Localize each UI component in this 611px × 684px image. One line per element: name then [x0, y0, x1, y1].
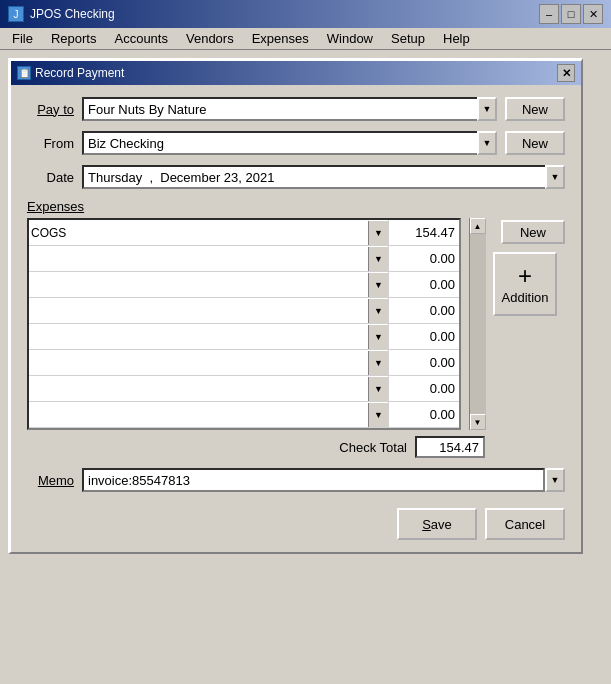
memo-dropdown-button[interactable]: ▼: [545, 468, 565, 492]
date-combo: ▼: [82, 165, 565, 189]
menu-help[interactable]: Help: [435, 29, 478, 48]
expense-account-arrow-1[interactable]: ▼: [368, 221, 388, 245]
payto-label: Pay to: [27, 102, 82, 117]
app-icon: J: [8, 6, 24, 22]
expense-account-5: ▼: [29, 324, 389, 349]
minimize-button[interactable]: –: [539, 4, 559, 24]
expense-amount-1: 154.47: [389, 220, 459, 245]
expense-row-4: ▼ 0.00: [29, 298, 459, 324]
expense-row-2: ▼ 0.00: [29, 246, 459, 272]
app-title: JPOS Checking: [30, 7, 539, 21]
cancel-button[interactable]: Cancel: [485, 508, 565, 540]
expenses-buttons: New + Addition: [493, 218, 565, 430]
scroll-track[interactable]: [470, 234, 486, 414]
expenses-label: Expenses: [27, 199, 565, 214]
expense-account-arrow-8[interactable]: ▼: [368, 403, 388, 427]
expense-account-arrow-4[interactable]: ▼: [368, 299, 388, 323]
dialog-close-button[interactable]: ✕: [557, 64, 575, 82]
expense-row-8: ▼ 0.00: [29, 402, 459, 428]
memo-label: Memo: [27, 473, 82, 488]
expense-account-input-6[interactable]: [29, 351, 368, 375]
payto-row: Pay to ▼ New: [27, 97, 565, 121]
expense-account-8: ▼: [29, 402, 389, 427]
bottom-buttons: Save Cancel: [27, 508, 565, 540]
from-dropdown-button[interactable]: ▼: [477, 131, 497, 155]
from-row: From ▼ New: [27, 131, 565, 155]
date-row: Date ▼: [27, 165, 565, 189]
from-combo: ▼: [82, 131, 497, 155]
save-button[interactable]: Save: [397, 508, 477, 540]
main-area: 📋 Record Payment ✕ Pay to ▼ New: [0, 50, 611, 684]
expense-account-input-2[interactable]: [29, 247, 368, 271]
memo-input[interactable]: [82, 468, 545, 492]
expense-amount-4: 0.00: [389, 298, 459, 323]
expense-account-7: ▼: [29, 376, 389, 401]
expense-row-7: ▼ 0.00: [29, 376, 459, 402]
window-controls: – □ ✕: [539, 4, 603, 24]
expenses-new-button[interactable]: New: [501, 220, 565, 244]
expenses-table-wrapper: ▼ 154.47 ▼ 0.00: [27, 218, 461, 430]
date-dropdown-button[interactable]: ▼: [545, 165, 565, 189]
expenses-section: Expenses ▼ 154.47: [27, 199, 565, 430]
memo-input-container: ▼: [82, 468, 565, 492]
check-total-value: 154.47: [415, 436, 485, 458]
menu-reports[interactable]: Reports: [43, 29, 105, 48]
payto-input[interactable]: [82, 97, 477, 121]
expense-account-input-5[interactable]: [29, 325, 368, 349]
date-input[interactable]: [82, 165, 545, 189]
expense-account-2: ▼: [29, 246, 389, 271]
app-title-bar: J JPOS Checking – □ ✕: [0, 0, 611, 28]
menu-vendors[interactable]: Vendors: [178, 29, 242, 48]
expense-row-3: ▼ 0.00: [29, 272, 459, 298]
save-label: Save: [422, 517, 452, 532]
menu-file[interactable]: File: [4, 29, 41, 48]
menu-window[interactable]: Window: [319, 29, 381, 48]
menu-accounts[interactable]: Accounts: [106, 29, 175, 48]
expenses-scrollbar[interactable]: ▲ ▼: [469, 218, 485, 430]
record-payment-dialog: 📋 Record Payment ✕ Pay to ▼ New: [8, 58, 583, 554]
expense-account-input-3[interactable]: [29, 273, 368, 297]
scroll-down-button[interactable]: ▼: [470, 414, 486, 430]
expense-account-arrow-3[interactable]: ▼: [368, 273, 388, 297]
expense-account-6: ▼: [29, 350, 389, 375]
menu-setup[interactable]: Setup: [383, 29, 433, 48]
cancel-label: Cancel: [505, 517, 545, 532]
expense-account-1: ▼: [29, 220, 389, 245]
from-input[interactable]: [82, 131, 477, 155]
expense-amount-2: 0.00: [389, 246, 459, 271]
maximize-button[interactable]: □: [561, 4, 581, 24]
expense-amount-7: 0.00: [389, 376, 459, 401]
menu-expenses[interactable]: Expenses: [244, 29, 317, 48]
from-label: From: [27, 136, 82, 151]
dialog-title: Record Payment: [35, 66, 557, 80]
dialog-title-bar: 📋 Record Payment ✕: [11, 61, 581, 85]
expense-account-arrow-7[interactable]: ▼: [368, 377, 388, 401]
addition-label: Addition: [502, 290, 549, 305]
memo-row: Memo ▼: [27, 468, 565, 492]
date-label: Date: [27, 170, 82, 185]
expense-amount-3: 0.00: [389, 272, 459, 297]
expense-account-arrow-6[interactable]: ▼: [368, 351, 388, 375]
addition-button[interactable]: + Addition: [493, 252, 557, 316]
expense-amount-5: 0.00: [389, 324, 459, 349]
expense-amount-6: 0.00: [389, 350, 459, 375]
close-button[interactable]: ✕: [583, 4, 603, 24]
payto-dropdown-button[interactable]: ▼: [477, 97, 497, 121]
expense-account-arrow-5[interactable]: ▼: [368, 325, 388, 349]
dialog-icon: 📋: [17, 66, 31, 80]
expense-account-input-4[interactable]: [29, 299, 368, 323]
expense-row-1: ▼ 154.47: [29, 220, 459, 246]
expense-account-input-1[interactable]: [29, 221, 368, 245]
expense-account-arrow-2[interactable]: ▼: [368, 247, 388, 271]
expense-account-4: ▼: [29, 298, 389, 323]
from-new-button[interactable]: New: [505, 131, 565, 155]
expense-account-input-7[interactable]: [29, 377, 368, 401]
menu-bar: File Reports Accounts Vendors Expenses W…: [0, 28, 611, 50]
check-total-row: Check Total 154.47: [27, 436, 485, 458]
expense-row-5: ▼ 0.00: [29, 324, 459, 350]
scroll-up-button[interactable]: ▲: [470, 218, 486, 234]
payto-combo: ▼: [82, 97, 497, 121]
payto-new-button[interactable]: New: [505, 97, 565, 121]
expense-account-input-8[interactable]: [29, 403, 368, 427]
addition-icon: +: [518, 264, 532, 288]
